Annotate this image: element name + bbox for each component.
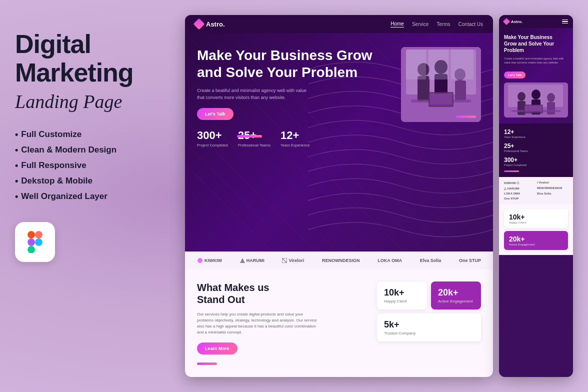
stat-20k-label: Active Engagement (438, 299, 474, 304)
standout-title: What Makes usStand Out (197, 282, 367, 306)
mobile-brands: KIWKIW ⬡ / Virelori △ HARUMI RENOWNDESIG… (499, 177, 573, 204)
hero-left: Make Your Business Growand Solve Your Pr… (197, 47, 391, 148)
mobile-20k-label: Active Engagement (509, 243, 563, 246)
svg-rect-2 (28, 238, 35, 246)
mobile-stat-12-number: 12+ (504, 128, 568, 136)
standout-section: What Makes usStand Out Our services help… (185, 270, 493, 377)
feature-label-3: Full Responsive (21, 160, 86, 170)
title-landing: Landing Page (15, 90, 175, 114)
title-block: Digital Marketing Landing Page (15, 30, 175, 114)
right-panels: Astro. Home Service Terms Contact Us (185, 15, 573, 377)
mobile-hero-image (504, 82, 568, 118)
brand-harumi-icon (240, 258, 245, 263)
hero-subtitle: Create a beatiful and minimalist agency … (197, 88, 307, 101)
feature-label-5: Well Organized Layer (21, 192, 108, 202)
mobile-hero-text: Create a beatiful and minimalist agency … (504, 56, 568, 65)
mobile-logo-diamond-icon (503, 18, 510, 25)
desktop-preview: Astro. Home Service Terms Contact Us (185, 15, 493, 377)
figma-icon-container (15, 222, 55, 262)
mobile-lets-talk-button[interactable]: Let's Talk (504, 72, 526, 78)
svg-rect-30 (547, 102, 555, 114)
hamburger-line-1 (562, 20, 568, 20)
mobile-10k-number: 10k+ (509, 213, 563, 221)
mobile-pink-bar (504, 170, 519, 172)
mobile-stat-25-number: 25+ (504, 142, 568, 150)
svg-rect-1 (35, 231, 42, 238)
mobile-brand-renown: RENOWNDESIGN (537, 186, 568, 190)
feature-label-2: Clean & Modern Design (21, 145, 116, 155)
svg-rect-15 (430, 94, 452, 104)
standout-stats: 10k+ Happy Client 20k+ Active Engagement… (377, 282, 481, 342)
lets-talk-button[interactable]: Let's Talk (197, 108, 234, 120)
svg-point-19 (198, 258, 202, 263)
svg-marker-20 (240, 258, 245, 263)
mobile-hero-illustration (504, 82, 568, 118)
mobile-brand-one-stup: One STUP (504, 197, 535, 200)
brands-section: KIWKIW HARUMI Virelori RENOWNDESIGN LOKA… (185, 252, 493, 270)
mobile-brand-loka: LOKA OMA (504, 192, 535, 195)
stat-12: 12+ Years Experience (280, 129, 310, 148)
stat-12-number: 12+ (280, 129, 310, 142)
brand-elva: Elva Solia (420, 258, 442, 263)
brand-harumi: HARUMI (240, 258, 264, 263)
mobile-nav: Astro. (499, 15, 573, 28)
feature-label-1: Full Customize (21, 130, 82, 140)
mobile-logo-text: Astro. (511, 20, 522, 24)
figma-icon (24, 231, 46, 253)
stat-300: 300+ Project Completed (197, 129, 228, 148)
features-list: •Full Customize •Clean & Modern Design •… (15, 130, 175, 202)
mobile-brand-harumi: △ HARUMI (504, 186, 535, 190)
mobile-stat-25: 25+ Professional Teams (504, 142, 568, 152)
nav-service[interactable]: Service (412, 22, 428, 27)
stat-10k-label: Happy Client (384, 299, 420, 304)
nav-contact[interactable]: Contact Us (458, 22, 483, 27)
standout-left: What Makes usStand Out Our services help… (197, 282, 367, 365)
stat-5k-label: Trusted Company (384, 331, 474, 336)
brand-loka: LOKA OMA (378, 258, 402, 263)
logo-diamond-icon (194, 18, 205, 30)
svg-rect-12 (455, 80, 466, 100)
feature-item-1: •Full Customize (15, 130, 175, 140)
feature-item-2: •Clean & Modern Design (15, 145, 175, 156)
feature-label-4: Dekstop & Mobile (21, 176, 92, 186)
mobile-preview: Astro. Make Your BusinessGrow and Solve … (499, 15, 573, 377)
svg-rect-8 (418, 76, 430, 101)
svg-rect-33 (525, 106, 542, 112)
svg-point-4 (35, 238, 42, 246)
nav-home[interactable]: Home (390, 21, 404, 28)
hero-image (401, 47, 481, 122)
stat-card-10k: 10k+ Happy Client (377, 282, 427, 310)
svg-line-22 (282, 258, 287, 263)
stat-300-number: 300+ (197, 129, 228, 142)
stat-12-label: Years Experience (280, 143, 310, 148)
learn-more-button[interactable]: Learn More (197, 342, 238, 354)
stat-300-label: Project Completed (197, 143, 228, 148)
nav-logo: Astro. (195, 20, 225, 28)
stat-25: 25+ Professional Teams (238, 129, 270, 148)
brand-kiwkiw: KIWKIW (197, 258, 222, 264)
title-marketing: Marketing (15, 58, 175, 87)
mobile-stats-section: 12+ Years Experience 25+ Professional Te… (499, 124, 573, 177)
nav-terms[interactable]: Terms (436, 22, 450, 27)
bullet-2: • (15, 145, 18, 156)
svg-point-27 (532, 90, 540, 100)
mobile-standout: 10k+ Happy Client 20k+ Active Engagement (499, 204, 573, 255)
stat-20k-number: 20k+ (438, 288, 474, 298)
pink-bar-hero (237, 135, 262, 138)
mobile-stat-card-10k: 10k+ Happy Client (504, 209, 568, 228)
brand-virelori: Virelori (282, 258, 304, 263)
mobile-stat-300-number: 300+ (504, 156, 568, 164)
nav-links: Home Service Terms Contact Us (390, 21, 483, 28)
mobile-logo: Astro. (504, 19, 522, 24)
svg-rect-3 (28, 246, 35, 253)
hamburger-menu[interactable] (562, 20, 568, 24)
mobile-brand-kiwkiw: KIWKIW ⬡ (504, 181, 535, 184)
bullet-1: • (15, 130, 18, 140)
bullet-3: • (15, 160, 18, 171)
mobile-stat-25-label: Professional Teams (504, 150, 568, 152)
stat-5k-number: 5k+ (384, 320, 474, 330)
pink-bar-image (456, 116, 476, 118)
nav-logo-text: Astro. (206, 20, 225, 28)
pink-bar-standout (197, 362, 217, 365)
mobile-standout-cards: 10k+ Happy Client 20k+ Active Engagement (504, 209, 568, 250)
